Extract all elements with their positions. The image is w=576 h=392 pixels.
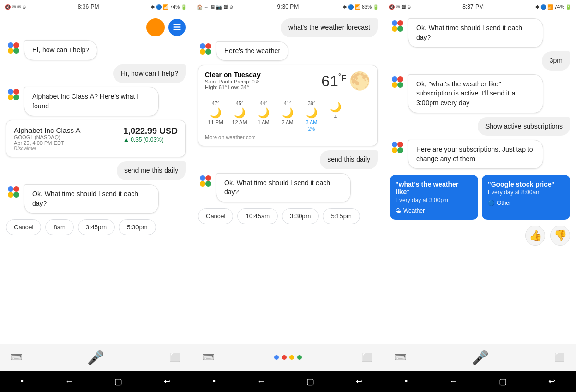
nav-dot-3: • (405, 377, 408, 387)
sub-card-weather-title: "what's the weather like" (396, 180, 472, 196)
bubble-send-daily-1: send me this daily (117, 161, 186, 180)
phone-panel-1: 🔇 ✉ ✉ ⊖ 8:36 PM ✱ 🔵 📶 74% 🔋 Hi, how can … (0, 0, 192, 392)
status-bar-2: 🏠 ← 🖥 📷 🖼 ⊖ 9:30 PM ✱ 🔵 📶 83% 🔋 (192, 0, 384, 13)
bubble-heres-weather: Here's the weather (216, 41, 288, 61)
hour-icon-1am: 🌙 (258, 107, 270, 119)
status-left-1: 🔇 ✉ ✉ ⊖ (5, 4, 26, 10)
nav-bar-3: • ← ▢ ↩ (384, 371, 576, 392)
svg-rect-0 (174, 24, 181, 25)
weather-hourly: 47° 🌙 11 PM 45° 🌙 12 AM 44° 🌙 1 AM 41° 🌙 (205, 96, 371, 131)
mic-icon-3[interactable]: 🎤 (473, 351, 487, 364)
nav-recents-3[interactable]: ↩ (548, 376, 555, 387)
nav-home-3[interactable]: ▢ (499, 376, 507, 387)
bubble-show-subs: Show active subscriptions (478, 117, 570, 136)
bubble-whattime-1: Ok. What time should I send it each day? (24, 184, 159, 214)
camera-icon-1[interactable]: ⬜ (168, 351, 182, 364)
nav-dot-1: • (21, 377, 24, 387)
hour-temp-3am: 39° (308, 100, 316, 106)
quick-btn-330pm-2[interactable]: 3:30pm (282, 208, 319, 224)
nav-back-3[interactable]: ← (449, 377, 457, 387)
bubble-hi: Hi, how can I help? (24, 40, 97, 60)
stock-disclaimer: Disclaimer (14, 146, 80, 151)
stock-change: ▲ 0.35 (0.03%) (123, 136, 178, 143)
quick-btn-345pm-1[interactable]: 3:45pm (78, 219, 115, 235)
avatar-orange-1 (146, 18, 165, 36)
status-right-2: ✱ 🔵 📶 83% 🔋 (343, 4, 379, 10)
nav-home-2[interactable]: ▢ (306, 376, 314, 387)
bubble-stock-query: Hi, how can I help? (113, 64, 186, 83)
svg-rect-2 (174, 29, 181, 30)
msg-hi-row: Hi, how can I help? (6, 40, 186, 60)
nav-dot-2: • (213, 377, 216, 387)
hour-icon-4am: 🌙 (330, 101, 342, 113)
weather-location: Saint Paul • Precip: 0% (205, 79, 261, 84)
nav-home-1[interactable]: ▢ (114, 376, 122, 387)
nav-bar-1: • ← ▢ ↩ (0, 371, 192, 392)
chat-area-2: what's the weather forecast Here's the w… (192, 13, 384, 344)
quick-btn-515pm-2[interactable]: 5:15pm (323, 208, 360, 224)
keyboard-icon-3[interactable]: ⌨ (394, 351, 407, 364)
bottom-toolbar-1: ⌨ 🎤 ⬜ (0, 344, 192, 371)
keyboard-icon-2[interactable]: ⌨ (202, 351, 215, 364)
camera-icon-2[interactable]: ⬜ (360, 351, 374, 364)
weather-tag-label: Weather (403, 207, 425, 214)
hour-time-12am: 12 AM (232, 119, 247, 125)
subscription-card-stock[interactable]: "Google stock price" Every day at 8:00am… (482, 175, 570, 220)
nav-back-2[interactable]: ← (257, 377, 265, 387)
hour-icon-12am: 🌙 (234, 107, 246, 119)
subscription-card-weather[interactable]: "what's the weather like" Every day at 3… (390, 175, 478, 220)
bottom-toolbar-3: ⌨ 🎤 ⬜ (384, 344, 576, 371)
thumbs-down-btn[interactable]: 👎 (550, 226, 570, 246)
dot-red (282, 355, 287, 360)
msg-send-daily-row-1: send me this daily (6, 161, 186, 180)
weather-top: Clear on Tuesday Saint Paul • Precip: 0%… (205, 71, 371, 91)
status-time-3: 8:37 PM (462, 3, 484, 10)
weather-card: Clear on Tuesday Saint Paul • Precip: 0%… (198, 65, 378, 146)
weather-link[interactable]: More on weather.com (205, 134, 371, 140)
stock-price: 1,022.99 USD (123, 126, 178, 136)
nav-bar-2: • ← ▢ ↩ (192, 371, 384, 392)
thumbs-up-btn[interactable]: 👍 (525, 226, 545, 246)
weather-hour-1am: 44° 🌙 1 AM (253, 100, 274, 131)
camera-icon-3[interactable]: ⬜ (553, 351, 566, 364)
chat-area-1: Hi, how can I help? Hi, how can I help? … (0, 13, 192, 344)
hour-temp-12am: 45° (236, 100, 244, 106)
bubble-weather-query: what's the weather forecast (281, 18, 378, 37)
quick-btn-8am-1[interactable]: 8am (45, 219, 73, 235)
quick-btn-cancel-2[interactable]: Cancel (198, 208, 233, 224)
google-avatar-p2-2 (198, 173, 213, 189)
hour-time-2am: 2 AM (281, 119, 293, 125)
status-icons-right-1: ✱ 🔵 📶 74% 🔋 (151, 4, 187, 10)
status-right-1: ✱ 🔵 📶 74% 🔋 (151, 4, 187, 10)
quick-replies-1: Cancel 8am 3:45pm 5:30pm (6, 217, 186, 237)
weather-sun-icon: 🌕 (349, 71, 371, 91)
nav-back-1[interactable]: ← (65, 377, 73, 387)
hour-icon-3am: 🌙 (306, 107, 318, 119)
keyboard-icon-1[interactable]: ⌨ (10, 351, 23, 364)
weather-highlow: High: 61° Low: 34° (205, 84, 261, 90)
hour-temp-11pm: 47° (212, 100, 220, 106)
weather-info: Clear on Tuesday Saint Paul • Precip: 0%… (205, 71, 261, 90)
google-dots-toolbar (274, 355, 302, 360)
stock-name: Alphabet Inc Class A (14, 126, 80, 134)
dot-blue (274, 355, 279, 360)
nav-recents-2[interactable]: ↩ (356, 376, 363, 387)
msg-whattime-row-2: Ok. What time should I send it each day? (198, 173, 378, 202)
user-header-row-1 (6, 18, 186, 36)
sub-card-weather-tag: 🌤 Weather (396, 207, 472, 214)
status-icons-left-1: 🔇 ✉ ✉ ⊖ (5, 4, 26, 10)
status-icons-right-3: ✱ 🔵 📶 74% 🔋 (535, 4, 571, 10)
phone-panel-2: 🏠 ← 🖥 📷 🖼 ⊖ 9:30 PM ✱ 🔵 📶 83% 🔋 what's t… (192, 0, 384, 392)
mic-icon-1[interactable]: 🎤 (89, 351, 103, 364)
quick-btn-1045am-2[interactable]: 10:45am (237, 208, 278, 224)
chat-area-3: Ok. What time should I send it each day?… (384, 13, 576, 344)
weather-condition: Clear on Tuesday (205, 71, 261, 79)
nav-recents-1[interactable]: ↩ (164, 376, 171, 387)
hour-temp-2am: 41° (284, 100, 292, 106)
quick-btn-530pm-1[interactable]: 5:30pm (119, 219, 156, 235)
google-avatar-2 (6, 87, 21, 102)
phone-panel-3: 🔇 ✉ 🖼 ⊖ 8:37 PM ✱ 🔵 📶 74% 🔋 Ok. What tim… (384, 0, 576, 392)
bubble-send-daily-2: send this daily (320, 150, 378, 169)
quick-btn-cancel-1[interactable]: Cancel (6, 219, 41, 235)
stock-date: Apr 25, 4:00 PM EDT (14, 140, 80, 146)
